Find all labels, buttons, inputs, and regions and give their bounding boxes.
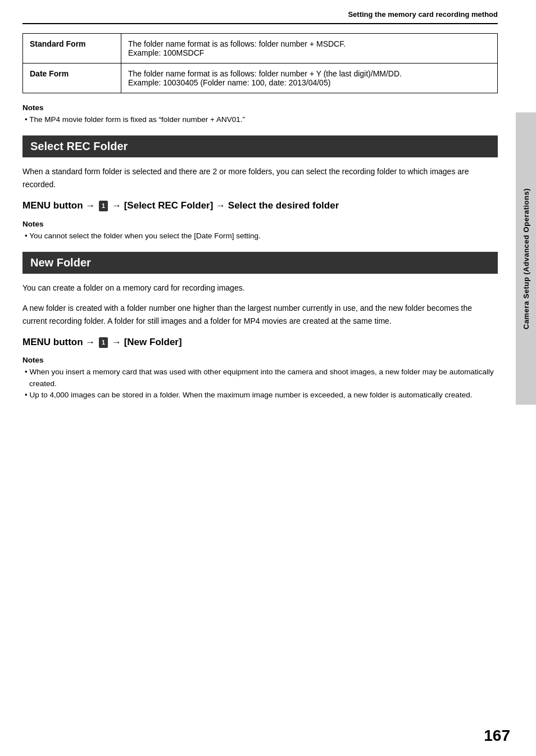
page-header: Setting the memory card recording method (22, 10, 498, 24)
notes-title-1: Notes (22, 103, 498, 112)
table-desc-date: The folder name format is as follows: fo… (121, 64, 498, 93)
form-table: Standard Form The folder name format is … (22, 33, 498, 93)
new-folder-body2: A new folder is created with a folder nu… (22, 302, 498, 327)
notes-item-1-0: The MP4 movie folder form is fixed as “f… (22, 114, 498, 125)
menu-icon-new-folder: 1 (99, 337, 108, 348)
select-rec-body: When a standard form folder is selected … (22, 165, 498, 191)
sidebar-label: Camera Setup (Advanced Operations) (516, 112, 536, 405)
subsection-suffix-new-folder: → [New Folder] (112, 337, 182, 347)
table-label-date: Date Form (23, 64, 121, 93)
section-header-select-rec: Select REC Folder (22, 135, 498, 157)
notes-block-1: Notes The MP4 movie folder form is fixed… (22, 103, 498, 125)
header-title: Setting the memory card recording method (348, 10, 498, 19)
table-row: Date Form The folder name format is as f… (23, 64, 498, 93)
notes-item-new-folder-1: Up to 4,000 images can be stored in a fo… (22, 390, 498, 401)
subsection-prefix-select-rec: MENU button → (22, 200, 95, 211)
main-content: Setting the memory card recording method… (0, 0, 515, 428)
table-desc-standard: The folder name format is as follows: fo… (121, 34, 498, 64)
notes-block-select-rec: Notes You cannot select the folder when … (22, 220, 498, 242)
section-header-new-folder: New Folder (22, 252, 498, 274)
notes-item-new-folder-0: When you insert a memory card that was u… (22, 366, 498, 390)
table-label-standard: Standard Form (23, 34, 121, 64)
sidebar-label-text: Camera Setup (Advanced Operations) (522, 188, 530, 329)
subsection-suffix-select-rec: → [Select REC Folder] → Select the desir… (112, 200, 339, 211)
table-row: Standard Form The folder name format is … (23, 34, 498, 64)
subsection-heading-new-folder: MENU button → 1 → [New Folder] (22, 335, 498, 350)
subsection-heading-select-rec: MENU button → 1 → [Select REC Folder] → … (22, 198, 498, 213)
notes-title-select-rec: Notes (22, 220, 498, 228)
notes-item-select-rec-0: You cannot select the folder when you se… (22, 230, 498, 242)
page-container: Camera Setup (Advanced Operations) Setti… (0, 0, 536, 756)
new-folder-body1: You can create a folder on a memory card… (22, 282, 498, 294)
notes-title-new-folder: Notes (22, 356, 498, 364)
menu-icon-select-rec: 1 (99, 201, 108, 211)
notes-block-new-folder: Notes When you insert a memory card that… (22, 356, 498, 401)
page-number: 167 (484, 727, 510, 745)
subsection-prefix-new-folder: MENU button → (22, 337, 95, 347)
